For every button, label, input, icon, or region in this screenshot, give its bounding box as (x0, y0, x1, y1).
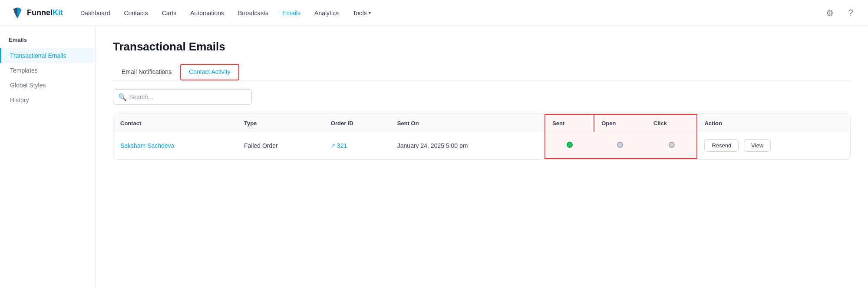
top-navigation: FunnelKit Dashboard Contacts Carts Autom… (0, 0, 868, 26)
nav-carts[interactable]: Carts (162, 10, 176, 17)
search-icon: 🔍 (118, 93, 127, 101)
cell-action: Resend View (697, 132, 850, 159)
cell-sent-on: January 24, 2025 5:00 pm (390, 132, 545, 159)
nav-tools[interactable]: Tools ▾ (353, 10, 371, 17)
sidebar-item-global-styles[interactable]: Global Styles (0, 78, 95, 93)
col-header-sent-on: Sent On (390, 114, 545, 132)
contact-activity-table: Contact Type Order ID Sent On Sent Open … (113, 113, 851, 160)
external-link-icon: ↗ (331, 143, 335, 149)
search-container: 🔍 (113, 89, 252, 105)
page-title: Transactional Emails (113, 40, 851, 53)
cell-sent (545, 132, 594, 159)
cell-click (647, 132, 697, 159)
nav-dashboard[interactable]: Dashboard (80, 10, 110, 17)
nav-icon-area: ⚙ ? (823, 6, 858, 20)
search-input[interactable] (113, 89, 252, 105)
table-row: Saksham Sachdeva Failed Order ↗ 321 Janu… (113, 132, 850, 159)
sidebar-item-history[interactable]: History (0, 93, 95, 107)
sent-status-dot (567, 142, 573, 148)
col-header-order-id: Order ID (324, 114, 390, 132)
settings-button[interactable]: ⚙ (823, 6, 837, 20)
logo-funnel-text: Funnel (27, 8, 53, 17)
table-header-row: Contact Type Order ID Sent On Sent Open … (113, 114, 850, 132)
tab-email-notifications[interactable]: Email Notifications (113, 64, 180, 80)
sidebar-item-transactional-emails[interactable]: Transactional Emails (0, 48, 95, 63)
cell-contact: Saksham Sachdeva (113, 132, 237, 159)
sidebar-item-templates[interactable]: Templates (0, 63, 95, 78)
nav-contacts[interactable]: Contacts (124, 10, 148, 17)
nav-automations[interactable]: Automations (190, 10, 224, 17)
open-status-dot (617, 142, 623, 148)
logo-kit-text: Kit (53, 8, 63, 17)
order-link[interactable]: ↗ 321 (331, 142, 383, 149)
page-layout: Emails Transactional Emails Templates Gl… (0, 26, 868, 287)
logo[interactable]: FunnelKit (10, 6, 63, 20)
contact-link[interactable]: Saksham Sachdeva (120, 142, 175, 149)
cell-type: Failed Order (237, 132, 324, 159)
cell-open (594, 132, 647, 159)
nav-links: Dashboard Contacts Carts Automations Bro… (80, 10, 823, 17)
nav-emails[interactable]: Emails (282, 10, 300, 17)
tab-contact-activity[interactable]: Contact Activity (180, 64, 239, 80)
col-header-click: Click (647, 114, 697, 132)
sidebar-section-title: Emails (0, 37, 95, 48)
view-button[interactable]: View (744, 139, 771, 152)
click-status-dot (669, 142, 675, 148)
sidebar: Emails Transactional Emails Templates Gl… (0, 26, 96, 287)
col-header-contact: Contact (113, 114, 237, 132)
cell-order-id: ↗ 321 (324, 132, 390, 159)
resend-button[interactable]: Resend (704, 139, 739, 152)
col-header-open: Open (594, 114, 647, 132)
tools-chevron-icon: ▾ (369, 10, 371, 15)
col-header-sent: Sent (545, 114, 594, 132)
main-content: Transactional Emails Email Notifications… (96, 26, 868, 287)
col-header-type: Type (237, 114, 324, 132)
nav-analytics[interactable]: Analytics (314, 10, 339, 17)
col-header-action: Action (697, 114, 850, 132)
logo-icon (10, 6, 24, 20)
help-button[interactable]: ? (844, 6, 858, 20)
nav-broadcasts[interactable]: Broadcasts (238, 10, 268, 17)
tab-bar: Email Notifications Contact Activity (113, 64, 851, 80)
